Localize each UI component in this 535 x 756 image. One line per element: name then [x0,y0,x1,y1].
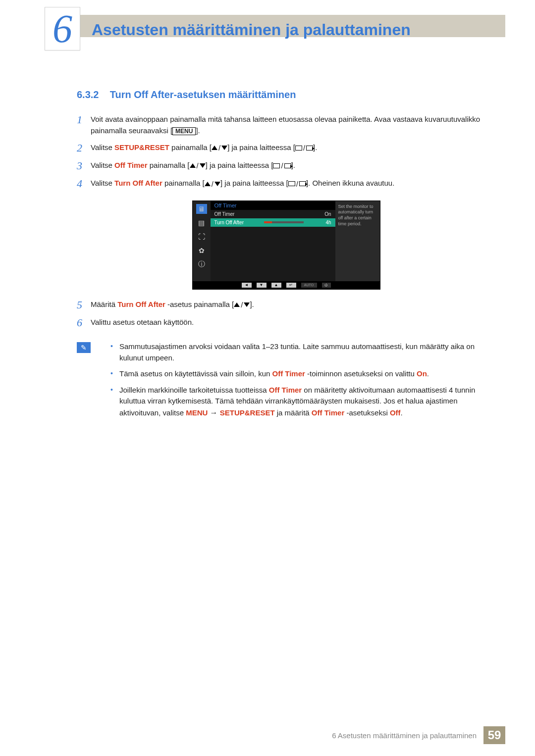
step-3: 3 Valitse Off Timer painamalla [/] ja pa… [77,159,495,172]
osd-row-turnoffafter: Turn Off After 4h [211,218,335,227]
box-enter-icon: / [295,142,313,153]
monitor-icon: 🖥 [196,204,207,214]
resize-icon: ⛶ [196,232,207,242]
osd-slider [264,221,304,223]
step-body: Valitse SETUP&RESET painamalla [/] ja pa… [91,142,495,154]
step-body: Voit avata avainoppaan painamalla mitä t… [91,113,495,137]
step-body: Määritä Turn Off After -asetus painamall… [91,299,495,311]
osd-help: Set the monitor to automatically turn of… [335,201,380,281]
gear-icon: ✿ [196,246,207,255]
step-2: 2 Valitse SETUP&RESET painamalla [/] ja … [77,142,495,154]
step-6: 6 Valittu asetus otetaan käyttöön. [77,316,495,329]
box-enter-icon: / [288,178,306,190]
osd-buttons: ◄ ▼ ▲ ↵ AUTO ⏻ [193,281,380,289]
step-num: 4 [77,177,91,190]
chapter-number: 6 [53,9,72,49]
osd-sidebar: 🖥 ▤ ⛶ ✿ ⓘ [193,201,211,281]
arrow-right-icon: → [210,408,218,417]
note-body: Sammutusajastimen arvoksi voidaan valita… [110,341,495,424]
note-icon: ✎ [77,342,91,353]
osd-row-offtimer: Off Timer On [211,210,335,218]
osd-left-icon: ◄ [242,283,252,288]
section-heading: Turn Off After-asetuksen määrittäminen [110,89,296,100]
osd-window: 🖥 ▤ ⛶ ✿ ⓘ Off Timer Off Timer On Turn Of… [192,201,380,290]
note-block: ✎ Sammutusajastimen arvoksi voidaan vali… [77,341,495,424]
osd-auto-button: AUTO [301,283,317,288]
osd-heading: Off Timer [211,201,335,210]
osd-enter-icon: ↵ [286,283,296,288]
step-4: 4 Valitse Turn Off After painamalla [/] … [77,177,495,190]
section-title: 6.3.2 Turn Off After-asetuksen määrittäm… [77,89,495,101]
chapter-title: Asetusten määrittäminen ja palauttaminen [92,21,411,39]
note-item: Sammutusajastimen arvoksi voidaan valita… [110,341,495,363]
footer-text: 6 Asetusten määrittäminen ja palauttamin… [332,731,477,740]
image-icon: ▤ [196,218,207,228]
step-body: Valitse Off Timer painamalla [/] ja pain… [91,159,495,172]
footer: 6 Asetusten määrittäminen ja palauttamin… [332,726,505,744]
osd-up-icon: ▲ [271,283,281,288]
step-num: 3 [77,159,91,172]
note-item: Joillekin markkinoille tarkoitetuissa tu… [110,385,495,419]
section-number: 6.3.2 [77,89,99,100]
osd-content: Off Timer Off Timer On Turn Off After 4h [211,201,335,281]
note-item: Tämä asetus on käytettävissä vain silloi… [110,368,495,380]
step-num: 1 [77,113,91,126]
osd-power-icon: ⏻ [322,283,331,288]
step-num: 5 [77,299,91,311]
menu-label: MENU [172,127,196,135]
step-1: 1 Voit avata avainoppaan painamalla mitä… [77,113,495,137]
box-enter-icon: / [273,160,291,171]
updown-icon: / [190,160,206,171]
page: 6 Asetusten määrittäminen ja palauttamin… [0,0,535,756]
updown-icon: / [212,142,227,153]
step-list-2: 5 Määritä Turn Off After -asetus painama… [77,299,495,330]
updown-icon: / [205,178,220,190]
updown-icon: / [234,299,250,310]
footer-page: 59 [483,726,505,744]
info-icon: ⓘ [196,259,207,269]
step-list: 1 Voit avata avainoppaan painamalla mitä… [77,113,495,191]
step-body: Valittu asetus otetaan käyttöön. [91,316,495,328]
osd-down-icon: ▼ [257,283,267,288]
chapter-badge: 6 [45,7,80,50]
content: 6.3.2 Turn Off After-asetuksen määrittäm… [77,89,495,424]
step-num: 2 [77,142,91,154]
step-num: 6 [77,316,91,329]
step-body: Valitse Turn Off After painamalla [/] ja… [91,177,495,190]
step-5: 5 Määritä Turn Off After -asetus painama… [77,299,495,311]
